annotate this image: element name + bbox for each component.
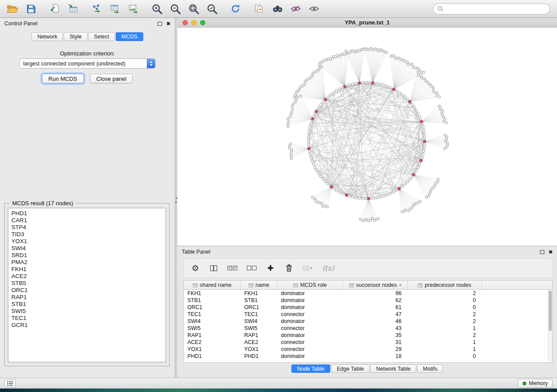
- mcds-result-item[interactable]: PMA2: [8, 259, 166, 266]
- table-cell[interactable]: RAP1: [184, 332, 241, 338]
- mcds-result-item[interactable]: SWI4: [8, 245, 166, 252]
- mcds-result-item[interactable]: ORC1: [8, 287, 166, 294]
- mcds-result-item[interactable]: SRD1: [8, 252, 166, 259]
- export-image-button[interactable]: [124, 1, 142, 17]
- table-cell[interactable]: 46: [343, 318, 408, 324]
- column-header-predecessor-nodes[interactable]: predecessor nodes: [408, 281, 482, 289]
- table-row[interactable]: FKH1FKH1dominator962: [184, 290, 548, 297]
- tab-motifs[interactable]: Motifs: [417, 364, 443, 373]
- table-cell[interactable]: YOX1: [241, 346, 277, 352]
- table-cell[interactable]: 0: [408, 297, 482, 303]
- table-cell[interactable]: dominator: [277, 353, 343, 359]
- table-row[interactable]: RAP1RAP1dominator352: [184, 332, 548, 339]
- mcds-result-item[interactable]: GCR1: [8, 322, 166, 329]
- column-header-mcds-role[interactable]: MCDS role: [277, 281, 343, 289]
- export-table-button[interactable]: [106, 1, 124, 17]
- table-cell[interactable]: 18: [343, 353, 408, 359]
- table-cell[interactable]: 29: [343, 346, 408, 352]
- table-settings-icon[interactable]: ⚙: [191, 264, 200, 272]
- table-cell[interactable]: 2: [408, 318, 482, 324]
- table-cell[interactable]: dominator: [277, 297, 343, 303]
- table-cell[interactable]: 96: [343, 290, 408, 296]
- mcds-result-item[interactable]: TID3: [8, 231, 166, 238]
- table-cell[interactable]: PHD1: [241, 353, 277, 359]
- table-cell[interactable]: 47: [343, 311, 408, 317]
- run-mcds-button[interactable]: Run MCDS: [42, 74, 84, 83]
- add-column-icon[interactable]: ✚: [266, 265, 275, 272]
- mcds-result-item[interactable]: STB1: [8, 301, 166, 308]
- mcds-result-item[interactable]: STP4: [8, 224, 166, 231]
- table-cell[interactable]: FKH1: [241, 290, 277, 296]
- column-header-shared-name[interactable]: shared name: [184, 281, 241, 289]
- table-cell[interactable]: 2: [408, 311, 482, 317]
- function-builder-icon[interactable]: f(x): [322, 264, 334, 272]
- table-row[interactable]: PHD1PHD1dominator180: [184, 353, 548, 360]
- table-cell[interactable]: SWI4: [184, 318, 241, 324]
- table-cell[interactable]: 43: [343, 325, 408, 331]
- table-cell[interactable]: dominator: [277, 304, 343, 310]
- table-row[interactable]: TEC1TEC1connector472: [184, 311, 548, 318]
- search-box[interactable]: [433, 3, 550, 14]
- table-cell[interactable]: connector: [277, 346, 343, 352]
- table-cell[interactable]: connector: [277, 339, 343, 345]
- table-cell[interactable]: STB1: [241, 297, 277, 303]
- table-cell[interactable]: ORC1: [184, 304, 241, 310]
- table-cell[interactable]: 62: [343, 297, 408, 303]
- float-table-panel-icon[interactable]: [540, 250, 544, 254]
- table-row[interactable]: ORC1ORC1dominator610: [184, 304, 548, 311]
- mcds-result-item[interactable]: ACE2: [8, 273, 166, 280]
- deselect-all-rows-icon[interactable]: [247, 266, 256, 270]
- float-panel-icon[interactable]: [158, 22, 162, 26]
- table-row[interactable]: SWI4SWI4dominator462: [184, 318, 548, 325]
- zoom-out-button[interactable]: [166, 1, 184, 17]
- table-row[interactable]: SWI5SWI5connector431: [184, 325, 548, 332]
- mcds-result-item[interactable]: PHD1: [8, 210, 166, 217]
- clone-network-button[interactable]: [250, 1, 268, 17]
- mcds-result-item[interactable]: RAP1: [8, 294, 166, 301]
- table-cell[interactable]: ACE2: [241, 339, 277, 345]
- hide-selected-button[interactable]: [287, 1, 305, 17]
- network-graph[interactable]: [177, 28, 557, 246]
- column-header-name[interactable]: name: [241, 281, 277, 289]
- table-cell[interactable]: 35: [343, 332, 408, 338]
- criterion-select[interactable]: largest connected component (undirected): [19, 58, 156, 69]
- network-canvas[interactable]: [177, 28, 557, 246]
- mcds-result-item[interactable]: STB5: [8, 280, 166, 287]
- zoom-selected-button[interactable]: [203, 1, 221, 17]
- mcds-result-item[interactable]: CAR1: [8, 217, 166, 224]
- table-cell[interactable]: dominator: [277, 290, 343, 296]
- close-panel-icon[interactable]: ✖: [166, 21, 170, 26]
- mcds-result-item[interactable]: FKH1: [8, 266, 166, 273]
- table-cell[interactable]: SWI4: [241, 318, 277, 324]
- table-row[interactable]: YOX1YOX1connector291: [184, 346, 548, 353]
- mcds-result-item[interactable]: TEC1: [8, 315, 166, 322]
- table-scrollbar[interactable]: [548, 290, 552, 362]
- table-cell[interactable]: 0: [408, 304, 482, 310]
- table-cell[interactable]: 1: [408, 346, 482, 352]
- table-cell[interactable]: 1: [408, 339, 482, 345]
- table-cell[interactable]: SWI5: [184, 325, 241, 331]
- table-row[interactable]: STB1STB1dominator620: [184, 297, 548, 304]
- table-cell[interactable]: YOX1: [184, 346, 241, 352]
- close-table-panel-icon[interactable]: ✖: [549, 250, 553, 254]
- delete-column-icon[interactable]: [284, 264, 293, 272]
- table-cell[interactable]: TEC1: [241, 311, 277, 317]
- table-cell[interactable]: connector: [277, 311, 343, 317]
- tab-mcds[interactable]: MCDS: [116, 32, 143, 41]
- table-cell[interactable]: 31: [343, 339, 408, 345]
- table-cell[interactable]: SWI5: [241, 325, 277, 331]
- tab-style[interactable]: Style: [64, 32, 87, 41]
- table-cell[interactable]: 1: [408, 325, 482, 331]
- close-panel-button[interactable]: Close panel: [90, 74, 133, 83]
- mcds-result-item[interactable]: SWI5: [8, 308, 166, 315]
- table-cell[interactable]: ORC1: [241, 304, 277, 310]
- table-cell[interactable]: 2: [408, 332, 482, 338]
- table-cell[interactable]: TEC1: [184, 311, 241, 317]
- show-column-icon[interactable]: [209, 265, 218, 271]
- status-menu-button[interactable]: [4, 379, 16, 387]
- table-row[interactable]: ACE2ACE2connector311: [184, 339, 548, 346]
- memory-button[interactable]: Memory: [518, 379, 553, 388]
- table-cell[interactable]: ACE2: [184, 339, 241, 345]
- mcds-result-item[interactable]: YOX1: [8, 238, 166, 245]
- search-input[interactable]: [446, 6, 546, 12]
